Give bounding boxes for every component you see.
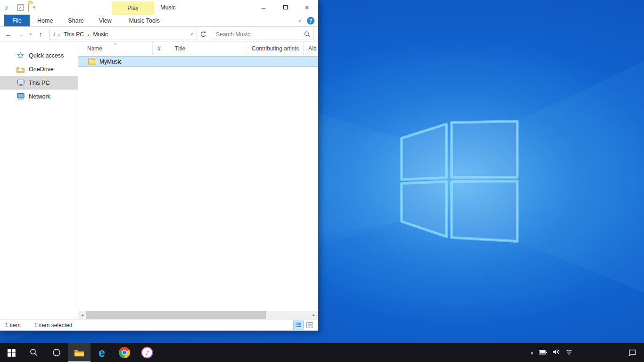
tab-share[interactable]: Share (60, 15, 91, 26)
address-bar[interactable]: ♪ › This PC › Music ∨ (49, 29, 197, 40)
cortana-icon (52, 348, 61, 357)
sidebar-item-this-pc[interactable]: This PC (0, 76, 78, 90)
collapse-ribbon-chevron-icon[interactable]: ∨ (298, 18, 301, 23)
sort-ascending-icon: ∧ (114, 42, 116, 46)
hidden-icons-chevron-icon[interactable]: ∧ (530, 350, 534, 355)
network-icon (17, 93, 25, 100)
breadcrumb-music[interactable]: Music (92, 31, 109, 38)
column-header-album[interactable]: Alb (304, 42, 318, 55)
maximize-button[interactable] (274, 0, 296, 15)
selected-count: 1 item selected (34, 322, 73, 329)
sidebar-item-label: Quick access (29, 52, 64, 59)
column-header-contributing-artists[interactable]: Contributing artists (247, 42, 304, 55)
customize-toolbar-chevron-icon[interactable]: ∨ (33, 5, 36, 9)
close-button[interactable]: × (296, 0, 318, 15)
edge-icon: e (99, 347, 105, 359)
file-row-mymusic[interactable]: MyMusic (78, 56, 318, 67)
file-list[interactable]: MyMusic (78, 55, 318, 311)
new-folder-icon[interactable] (28, 3, 29, 12)
column-header-label: Alb (308, 45, 316, 52)
contextual-tab-group-play: Play (112, 1, 154, 15)
volume-icon[interactable] (553, 348, 560, 357)
breadcrumb-this-pc[interactable]: This PC (62, 31, 85, 38)
ribbon-tab-row: File Home Share View Music Tools ∨ ? (0, 15, 318, 27)
file-explorer-window: ♪ ✓ ∨ Play Music – × File Home Share Vie… (0, 0, 318, 331)
details-view-icon (296, 322, 301, 328)
taskbar-file-explorer-button[interactable] (68, 343, 91, 362)
column-header-name[interactable]: ∧ Name (78, 42, 153, 55)
folder-glyph (28, 3, 29, 12)
tab-home[interactable]: Home (30, 15, 60, 26)
music-note-app-icon[interactable]: ♪ (5, 4, 8, 11)
address-dropdown-chevron-icon[interactable]: ∨ (188, 32, 196, 36)
network-wifi-icon[interactable] (565, 348, 573, 357)
sidebar-item-label: This PC (29, 80, 50, 86)
tab-music-tools[interactable]: Music Tools (123, 15, 166, 26)
scrollbar-track[interactable] (86, 311, 310, 319)
scroll-right-arrow[interactable]: ▸ (310, 311, 318, 319)
items-count: 1 item (5, 322, 21, 329)
forward-button[interactable]: → (15, 29, 26, 40)
main-area: Quick access OneDrive (0, 42, 318, 319)
refresh-icon (200, 31, 206, 38)
column-header-label: Contributing artists (252, 45, 299, 52)
details-view-button[interactable] (293, 321, 304, 329)
sidebar-item-label: OneDrive (29, 66, 54, 73)
sidebar-item-network[interactable]: Network (0, 90, 78, 103)
column-header-title[interactable]: Title (170, 42, 247, 55)
caption-buttons: – × (253, 0, 318, 15)
large-icons-view-button[interactable] (305, 321, 315, 329)
computer-icon (17, 79, 25, 86)
search-box (212, 29, 314, 40)
search-icon (30, 348, 38, 357)
start-button[interactable] (0, 343, 23, 362)
status-bar: 1 item 1 item selected (0, 319, 318, 330)
scroll-left-arrow[interactable]: ◂ (78, 311, 86, 319)
maximize-icon (283, 5, 288, 9)
tab-view[interactable]: View (91, 15, 119, 26)
search-input[interactable] (212, 29, 304, 40)
column-header-number[interactable]: # (153, 42, 170, 55)
cortana-button[interactable] (45, 343, 68, 362)
horizontal-scrollbar[interactable]: ◂ ▸ (78, 311, 318, 319)
svg-text:♪: ♪ (145, 349, 149, 356)
window-title: Music (160, 0, 176, 15)
title-bar[interactable]: ♪ ✓ ∨ Play Music – × (0, 0, 318, 15)
onedrive-folder-icon (17, 66, 25, 73)
taskbar-edge-button[interactable]: e (91, 343, 113, 362)
toolbar-separator (13, 4, 13, 11)
breadcrumb-chevron-icon[interactable]: › (58, 32, 60, 37)
ribbon-right-controls: ∨ ? (298, 15, 318, 26)
minimize-button[interactable]: – (253, 0, 274, 15)
file-list-pane: ∧ Name # Title Contributing artists Alb (78, 42, 318, 319)
column-header-label: Name (87, 45, 102, 52)
taskbar-itunes-button[interactable]: ♪ (136, 343, 158, 362)
recent-locations-chevron-icon[interactable]: ∨ (27, 29, 34, 40)
taskbar-chrome-button[interactable] (113, 343, 136, 362)
battery-icon[interactable] (539, 348, 547, 357)
taskbar: e ♪ ∧ (0, 343, 644, 362)
taskbar-search-button[interactable] (23, 343, 45, 362)
search-icon[interactable] (304, 31, 310, 37)
large-icons-view-icon (306, 322, 313, 328)
file-explorer-icon (74, 349, 84, 357)
view-toggles (293, 321, 315, 329)
navigation-pane: Quick access OneDrive (0, 42, 78, 319)
sidebar-item-onedrive[interactable]: OneDrive (0, 62, 78, 76)
system-tray: ∧ (530, 343, 573, 362)
breadcrumb-chevron-icon[interactable]: › (88, 32, 90, 37)
column-header-label: # (157, 45, 161, 52)
itunes-music-icon: ♪ (141, 346, 153, 359)
back-button[interactable]: ← (3, 29, 14, 40)
up-button[interactable]: ↑ (35, 29, 46, 40)
action-center-button[interactable] (628, 343, 636, 362)
file-name: MyMusic (99, 58, 122, 65)
navigation-bar: ← → ∨ ↑ ♪ › This PC › Music ∨ (0, 27, 318, 42)
refresh-button[interactable] (198, 29, 208, 40)
sidebar-item-quick-access[interactable]: Quick access (0, 49, 78, 62)
properties-icon[interactable]: ✓ (17, 4, 24, 11)
help-button[interactable]: ? (307, 17, 314, 25)
tab-file[interactable]: File (4, 15, 30, 26)
location-music-icon: ♪ (53, 31, 56, 38)
scrollbar-thumb[interactable] (86, 311, 266, 319)
